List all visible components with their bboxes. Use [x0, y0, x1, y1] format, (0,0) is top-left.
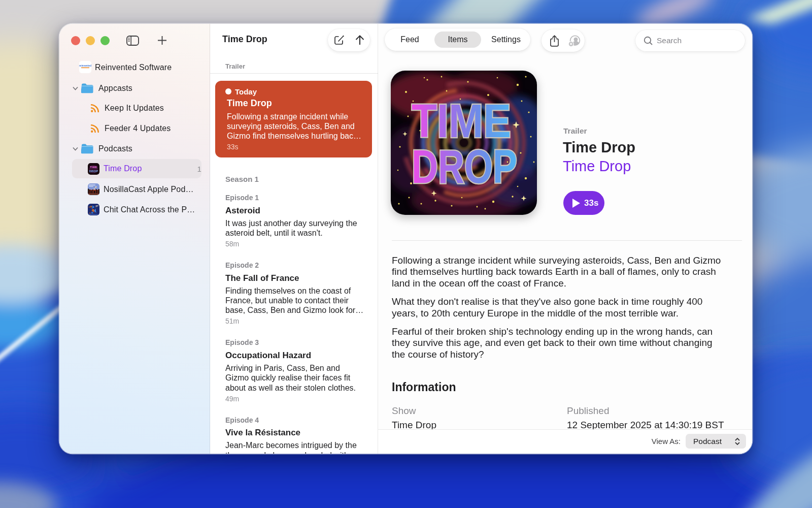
svg-text:DROP: DROP	[412, 141, 517, 193]
svg-text:TIME: TIME	[90, 166, 97, 169]
svg-text:C: C	[89, 212, 91, 214]
svg-text:P: P	[97, 205, 99, 207]
svg-text:DROP: DROP	[89, 170, 98, 173]
svg-text:C: C	[89, 206, 90, 208]
svg-text:reinvented: reinvented	[79, 65, 91, 67]
svg-text:TIME: TIME	[412, 95, 511, 147]
